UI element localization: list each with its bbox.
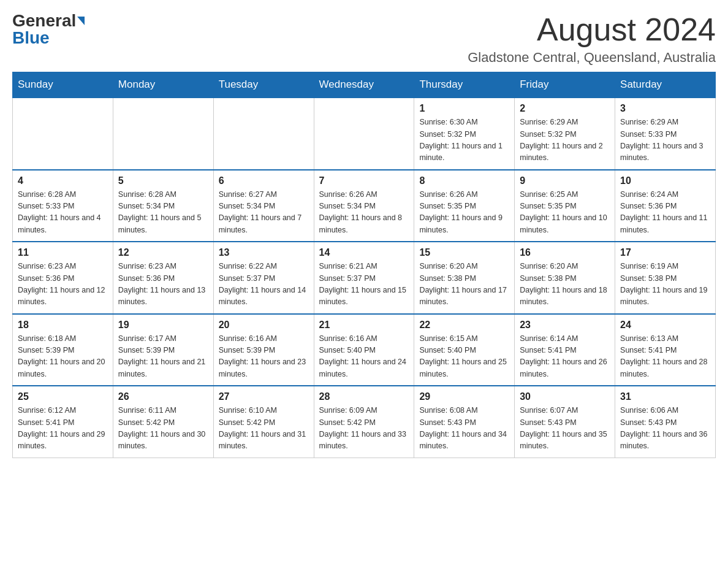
calendar-cell: 3Sunrise: 6:29 AM Sunset: 5:33 PM Daylig… [615, 98, 716, 170]
calendar-cell: 18Sunrise: 6:18 AM Sunset: 5:39 PM Dayli… [13, 314, 113, 386]
day-number: 31 [620, 391, 710, 402]
calendar-cell: 4Sunrise: 6:28 AM Sunset: 5:33 PM Daylig… [13, 170, 113, 242]
calendar-cell: 12Sunrise: 6:23 AM Sunset: 5:36 PM Dayli… [113, 242, 213, 314]
calendar-cell: 23Sunrise: 6:14 AM Sunset: 5:41 PM Dayli… [515, 314, 615, 386]
day-info: Sunrise: 6:23 AM Sunset: 5:36 PM Dayligh… [118, 261, 208, 308]
calendar-cell: 13Sunrise: 6:22 AM Sunset: 5:37 PM Dayli… [213, 242, 314, 314]
day-info: Sunrise: 6:20 AM Sunset: 5:38 PM Dayligh… [520, 261, 610, 308]
location-title: Gladstone Central, Queensland, Australia [468, 50, 716, 66]
day-info: Sunrise: 6:08 AM Sunset: 5:43 PM Dayligh… [419, 405, 509, 453]
page-header: General Blue August 2024 Gladstone Centr… [12, 12, 716, 66]
day-header-tuesday: Tuesday [213, 72, 314, 98]
day-number: 23 [520, 320, 610, 331]
logo-blue-text: Blue [12, 29, 50, 47]
calendar-week-row: 18Sunrise: 6:18 AM Sunset: 5:39 PM Dayli… [13, 314, 716, 386]
day-info: Sunrise: 6:19 AM Sunset: 5:38 PM Dayligh… [620, 261, 710, 308]
day-number: 18 [18, 320, 108, 331]
calendar-cell: 6Sunrise: 6:27 AM Sunset: 5:34 PM Daylig… [213, 170, 314, 242]
calendar-cell: 20Sunrise: 6:16 AM Sunset: 5:39 PM Dayli… [213, 314, 314, 386]
day-number: 29 [419, 391, 509, 402]
day-number: 15 [419, 247, 509, 258]
calendar-cell [213, 98, 314, 170]
day-number: 12 [118, 247, 208, 258]
day-header-sunday: Sunday [13, 72, 113, 98]
calendar-cell: 2Sunrise: 6:29 AM Sunset: 5:32 PM Daylig… [515, 98, 615, 170]
calendar-cell [314, 98, 414, 170]
calendar-cell [113, 98, 213, 170]
title-block: August 2024 Gladstone Central, Queenslan… [468, 12, 716, 66]
day-info: Sunrise: 6:12 AM Sunset: 5:41 PM Dayligh… [18, 405, 108, 453]
calendar-week-row: 1Sunrise: 6:30 AM Sunset: 5:32 PM Daylig… [13, 98, 716, 170]
day-number: 6 [219, 175, 309, 186]
day-info: Sunrise: 6:10 AM Sunset: 5:42 PM Dayligh… [219, 405, 309, 453]
day-number: 27 [219, 391, 309, 402]
month-title: August 2024 [468, 12, 716, 47]
day-number: 21 [319, 320, 409, 331]
day-info: Sunrise: 6:26 AM Sunset: 5:35 PM Dayligh… [419, 189, 509, 237]
day-info: Sunrise: 6:27 AM Sunset: 5:34 PM Dayligh… [219, 189, 309, 237]
day-info: Sunrise: 6:29 AM Sunset: 5:32 PM Dayligh… [520, 117, 610, 164]
day-number: 7 [319, 175, 409, 186]
day-number: 19 [118, 320, 208, 331]
day-info: Sunrise: 6:15 AM Sunset: 5:40 PM Dayligh… [419, 333, 509, 381]
logo-arrow-icon [77, 17, 85, 25]
day-number: 8 [419, 175, 509, 186]
day-info: Sunrise: 6:07 AM Sunset: 5:43 PM Dayligh… [520, 405, 610, 453]
calendar-cell: 10Sunrise: 6:24 AM Sunset: 5:36 PM Dayli… [615, 170, 716, 242]
logo: General Blue [12, 12, 85, 47]
calendar-cell: 22Sunrise: 6:15 AM Sunset: 5:40 PM Dayli… [414, 314, 515, 386]
day-number: 5 [118, 175, 208, 186]
day-number: 26 [118, 391, 208, 402]
day-info: Sunrise: 6:20 AM Sunset: 5:38 PM Dayligh… [419, 261, 509, 308]
day-number: 30 [520, 391, 610, 402]
day-info: Sunrise: 6:11 AM Sunset: 5:42 PM Dayligh… [118, 405, 208, 453]
day-info: Sunrise: 6:18 AM Sunset: 5:39 PM Dayligh… [18, 333, 108, 381]
calendar-cell: 25Sunrise: 6:12 AM Sunset: 5:41 PM Dayli… [13, 386, 113, 458]
day-number: 28 [319, 391, 409, 402]
day-info: Sunrise: 6:30 AM Sunset: 5:32 PM Dayligh… [419, 117, 509, 164]
day-number: 16 [520, 247, 610, 258]
day-header-saturday: Saturday [615, 72, 716, 98]
day-number: 24 [620, 320, 710, 331]
day-header-monday: Monday [113, 72, 213, 98]
day-header-thursday: Thursday [414, 72, 515, 98]
calendar-week-row: 11Sunrise: 6:23 AM Sunset: 5:36 PM Dayli… [13, 242, 716, 314]
calendar-cell: 28Sunrise: 6:09 AM Sunset: 5:42 PM Dayli… [314, 386, 414, 458]
calendar-cell: 17Sunrise: 6:19 AM Sunset: 5:38 PM Dayli… [615, 242, 716, 314]
calendar-cell: 21Sunrise: 6:16 AM Sunset: 5:40 PM Dayli… [314, 314, 414, 386]
day-info: Sunrise: 6:06 AM Sunset: 5:43 PM Dayligh… [620, 405, 710, 453]
calendar-week-row: 25Sunrise: 6:12 AM Sunset: 5:41 PM Dayli… [13, 386, 716, 458]
calendar-cell [13, 98, 113, 170]
day-number: 13 [219, 247, 309, 258]
day-info: Sunrise: 6:16 AM Sunset: 5:40 PM Dayligh… [319, 333, 409, 381]
day-info: Sunrise: 6:16 AM Sunset: 5:39 PM Dayligh… [219, 333, 309, 381]
day-info: Sunrise: 6:28 AM Sunset: 5:33 PM Dayligh… [18, 189, 108, 237]
day-number: 10 [620, 175, 710, 186]
calendar-cell: 30Sunrise: 6:07 AM Sunset: 5:43 PM Dayli… [515, 386, 615, 458]
day-info: Sunrise: 6:25 AM Sunset: 5:35 PM Dayligh… [520, 189, 610, 237]
calendar-cell: 1Sunrise: 6:30 AM Sunset: 5:32 PM Daylig… [414, 98, 515, 170]
calendar-cell: 19Sunrise: 6:17 AM Sunset: 5:39 PM Dayli… [113, 314, 213, 386]
calendar-cell: 7Sunrise: 6:26 AM Sunset: 5:34 PM Daylig… [314, 170, 414, 242]
day-number: 9 [520, 175, 610, 186]
calendar-table: SundayMondayTuesdayWednesdayThursdayFrid… [12, 72, 716, 458]
calendar-cell: 8Sunrise: 6:26 AM Sunset: 5:35 PM Daylig… [414, 170, 515, 242]
calendar-cell: 24Sunrise: 6:13 AM Sunset: 5:41 PM Dayli… [615, 314, 716, 386]
day-number: 14 [319, 247, 409, 258]
day-info: Sunrise: 6:13 AM Sunset: 5:41 PM Dayligh… [620, 333, 710, 381]
calendar-cell: 16Sunrise: 6:20 AM Sunset: 5:38 PM Dayli… [515, 242, 615, 314]
day-number: 4 [18, 175, 108, 186]
calendar-cell: 26Sunrise: 6:11 AM Sunset: 5:42 PM Dayli… [113, 386, 213, 458]
calendar-week-row: 4Sunrise: 6:28 AM Sunset: 5:33 PM Daylig… [13, 170, 716, 242]
calendar-cell: 15Sunrise: 6:20 AM Sunset: 5:38 PM Dayli… [414, 242, 515, 314]
day-info: Sunrise: 6:26 AM Sunset: 5:34 PM Dayligh… [319, 189, 409, 237]
day-info: Sunrise: 6:17 AM Sunset: 5:39 PM Dayligh… [118, 333, 208, 381]
calendar-cell: 14Sunrise: 6:21 AM Sunset: 5:37 PM Dayli… [314, 242, 414, 314]
day-number: 25 [18, 391, 108, 402]
calendar-cell: 27Sunrise: 6:10 AM Sunset: 5:42 PM Dayli… [213, 386, 314, 458]
day-info: Sunrise: 6:14 AM Sunset: 5:41 PM Dayligh… [520, 333, 610, 381]
day-info: Sunrise: 6:24 AM Sunset: 5:36 PM Dayligh… [620, 189, 710, 237]
day-info: Sunrise: 6:22 AM Sunset: 5:37 PM Dayligh… [219, 261, 309, 308]
day-header-friday: Friday [515, 72, 615, 98]
calendar-cell: 9Sunrise: 6:25 AM Sunset: 5:35 PM Daylig… [515, 170, 615, 242]
